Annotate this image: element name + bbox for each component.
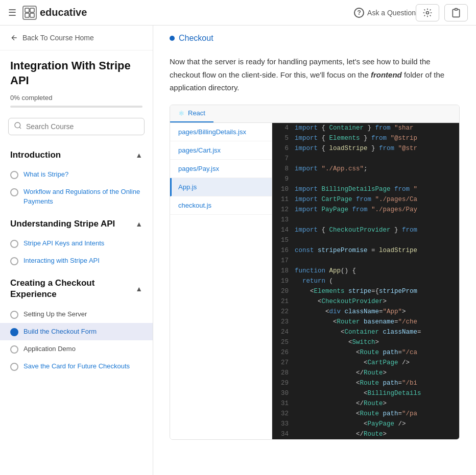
course-title: Integration With Stripe API	[0, 51, 153, 92]
frontend-bold: frontend	[371, 70, 402, 79]
file-item-cart[interactable]: pages/Cart.jsx	[170, 141, 272, 160]
logo-text: educative	[40, 7, 87, 18]
bullet-circle	[170, 36, 175, 41]
logo: educative	[22, 6, 87, 20]
section-title-checkout: Creating a Checkout Experience	[10, 278, 135, 300]
main-layout: Back To Course Home Integration With Str…	[0, 26, 476, 475]
file-item-pay[interactable]: pages/Pay.jsx	[170, 160, 272, 178]
main-content: Checkout Now that the server is ready fo…	[153, 26, 476, 475]
lesson-label: Workflow and Regulations of the Online P…	[23, 187, 142, 206]
svg-point-6	[15, 122, 20, 128]
search-input[interactable]	[26, 122, 139, 131]
tab-react[interactable]: ⚛ React	[170, 105, 213, 122]
section-title-introduction: Introduction	[10, 149, 61, 161]
bullet-list: Checkout	[170, 32, 460, 45]
lesson-item-api-keys[interactable]: Stripe API Keys and Intents	[0, 235, 153, 252]
lesson-dot-active	[10, 328, 18, 336]
arrow-left-icon	[10, 34, 18, 42]
lesson-item-setting-up[interactable]: Setting Up the Server	[0, 306, 153, 323]
search-box[interactable]	[8, 118, 145, 135]
top-navigation: ☰ educative ? Ask a Question	[0, 0, 476, 26]
code-tabs: ⚛ React	[170, 105, 459, 123]
clipboard-icon	[451, 8, 461, 18]
svg-rect-2	[25, 13, 29, 17]
search-icon	[14, 121, 22, 132]
lesson-item-what-is-stripe[interactable]: What is Stripe?	[0, 166, 153, 183]
lesson-dot	[10, 311, 18, 319]
lesson-item-interacting[interactable]: Interacting with Stripe API	[0, 252, 153, 269]
nav-left: ☰ educative	[8, 6, 354, 20]
svg-rect-1	[30, 8, 34, 12]
section-header-understanding[interactable]: Understanding Stripe API ▲	[0, 210, 153, 235]
nav-right	[416, 4, 468, 21]
bullet-label: Checkout	[179, 34, 213, 43]
lesson-dot	[10, 257, 18, 265]
progress-bar-container	[0, 104, 153, 114]
gear-icon	[422, 8, 433, 18]
code-section: ⚛ React pages/BillingDetails.jsx pages/C…	[170, 105, 460, 440]
lesson-dot	[10, 240, 18, 248]
svg-point-4	[426, 11, 429, 14]
bullet-item-checkout: Checkout	[170, 32, 460, 45]
section-header-introduction[interactable]: Introduction ▲	[0, 141, 153, 166]
lesson-label: Setting Up the Server	[23, 310, 87, 319]
lesson-item-workflow[interactable]: Workflow and Regulations of the Online P…	[0, 183, 153, 210]
chevron-up-icon: ▲	[135, 151, 142, 159]
clipboard-button[interactable]	[444, 4, 468, 21]
lesson-dot	[10, 345, 18, 354]
code-editor: 4import { Container } from "shar 5import…	[272, 123, 459, 439]
react-icon: ⚛	[178, 109, 185, 117]
settings-button[interactable]	[416, 4, 439, 21]
lesson-label: Interacting with Stripe API	[23, 256, 100, 265]
logo-icon	[22, 6, 37, 20]
ask-question-label: Ask a Question	[367, 9, 416, 17]
file-list: pages/BillingDetails.jsx pages/Cart.jsx …	[170, 123, 272, 439]
file-item-billing[interactable]: pages/BillingDetails.jsx	[170, 123, 272, 141]
back-to-course-link[interactable]: Back To Course Home	[0, 26, 153, 51]
lesson-label-active: Build the Checkout Form	[23, 327, 97, 336]
lesson-label: Stripe API Keys and Intents	[23, 239, 104, 248]
file-item-app[interactable]: App.js	[170, 178, 272, 196]
lesson-item-build-checkout[interactable]: Build the Checkout Form	[0, 323, 153, 340]
progress-text: 0% completed	[0, 92, 153, 104]
hamburger-icon[interactable]: ☰	[8, 7, 16, 18]
lesson-label: What is Stripe?	[23, 170, 68, 179]
file-item-checkout[interactable]: checkout.js	[170, 196, 272, 215]
lesson-label: Application Demo	[23, 344, 76, 354]
lesson-dot	[10, 188, 18, 196]
chevron-up-icon: ▲	[135, 285, 142, 293]
sidebar-content: Introduction ▲ What is Stripe? Workflow …	[0, 141, 153, 475]
sidebar: Back To Course Home Integration With Str…	[0, 26, 153, 475]
tab-react-label: React	[188, 109, 205, 117]
question-icon: ?	[354, 8, 364, 18]
ask-question-button[interactable]: ? Ask a Question	[354, 8, 416, 18]
lesson-item-app-demo[interactable]: Application Demo	[0, 340, 153, 358]
chevron-up-icon: ▲	[135, 220, 142, 228]
back-label: Back To Course Home	[22, 34, 94, 42]
lesson-item-save-card[interactable]: Save the Card for Future Checkouts	[0, 358, 153, 375]
lesson-dot	[10, 363, 18, 371]
code-body: pages/BillingDetails.jsx pages/Cart.jsx …	[170, 123, 459, 439]
section-header-checkout[interactable]: Creating a Checkout Experience ▲	[0, 269, 153, 305]
svg-rect-5	[455, 8, 458, 10]
svg-rect-3	[30, 13, 34, 17]
progress-bar-background	[10, 106, 142, 108]
lesson-dot	[10, 171, 18, 179]
code-lines: 4import { Container } from "shar 5import…	[272, 123, 459, 439]
content-paragraph: Now that the server is ready for handlin…	[170, 55, 460, 94]
section-title-understanding: Understanding Stripe API	[10, 218, 115, 230]
lesson-label: Save the Card for Future Checkouts	[23, 362, 130, 371]
svg-rect-0	[25, 8, 29, 12]
